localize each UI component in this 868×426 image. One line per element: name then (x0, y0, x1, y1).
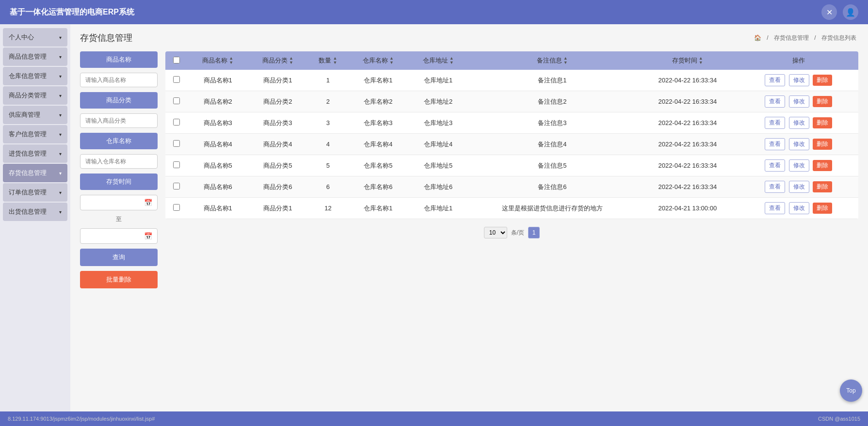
sidebar-item-order-info[interactable]: 订单信息管理 ▾ (3, 183, 67, 202)
row-select-checkbox[interactable] (173, 97, 180, 104)
row-actions: 查看 修改 删除 (739, 176, 858, 198)
header-address: 仓库地址 ▲▼ (408, 51, 468, 70)
sort-address[interactable]: 仓库地址 ▲▼ (423, 56, 454, 65)
row-qty: 12 (308, 198, 348, 219)
sidebar-item-warehouse-info[interactable]: 仓库信息管理 ▾ (3, 67, 67, 85)
sort-category[interactable]: 商品分类 ▲▼ (262, 56, 293, 65)
footer-url: 8.129.11.174:9013/jspmz6im2/jsp/modules/… (8, 416, 155, 422)
sidebar-item-outbound-info[interactable]: 出货信息管理 ▾ (3, 203, 67, 221)
view-button[interactable]: 查看 (765, 95, 785, 108)
delete-button[interactable]: 删除 (813, 160, 832, 171)
user-button[interactable]: 👤 (843, 4, 858, 20)
chevron-down-icon: ▾ (59, 112, 62, 118)
edit-button[interactable]: 修改 (789, 74, 809, 86)
row-product-name: 商品名称1 (188, 70, 248, 91)
date-to-input[interactable]: 📅 (80, 228, 158, 244)
sidebar-item-purchase-info[interactable]: 进货信息管理 ▾ (3, 144, 67, 163)
sort-time[interactable]: 存货时间 ▲▼ (672, 56, 703, 65)
row-category: 商品分类6 (248, 176, 308, 198)
batch-delete-button[interactable]: 批量删除 (80, 271, 158, 288)
delete-button[interactable]: 删除 (813, 96, 832, 107)
sort-qty[interactable]: 数量 ▲▼ (319, 56, 337, 65)
sidebar-item-product-category[interactable]: 商品分类管理 ▾ (3, 86, 67, 105)
edit-button[interactable]: 修改 (789, 138, 809, 150)
row-select-checkbox[interactable] (173, 161, 180, 168)
table-row: 商品名称4 商品分类4 4 仓库名称4 仓库地址4 备注信息4 2022-04-… (165, 134, 858, 155)
edit-button[interactable]: 修改 (789, 95, 809, 108)
breadcrumb: 🏠 / 存货信息管理 / 存货信息列表 (752, 34, 858, 42)
sort-product-name[interactable]: 商品名称 ▲▼ (202, 56, 233, 65)
sidebar-item-label: 进货信息管理 (9, 149, 47, 158)
view-button[interactable]: 查看 (765, 202, 785, 214)
row-select-checkbox[interactable] (173, 183, 180, 189)
sidebar-item-label: 出货信息管理 (9, 207, 47, 216)
row-qty: 4 (308, 134, 348, 155)
view-button[interactable]: 查看 (765, 159, 785, 172)
view-button[interactable]: 查看 (765, 117, 785, 129)
chevron-down-icon: ▾ (59, 35, 62, 40)
delete-button[interactable]: 删除 (813, 203, 832, 214)
view-button[interactable]: 查看 (765, 74, 785, 86)
row-address: 仓库地址3 (408, 112, 468, 134)
row-select-checkbox[interactable] (173, 140, 180, 147)
row-warehouse: 仓库名称3 (348, 112, 408, 134)
query-button[interactable]: 查询 (80, 249, 158, 266)
row-time: 2022-04-22 16:33:34 (636, 91, 739, 112)
table-row: 商品名称3 商品分类3 3 仓库名称3 仓库地址3 备注信息3 2022-04-… (165, 112, 858, 134)
top-button[interactable]: Top (840, 379, 862, 402)
per-page-select[interactable]: 10 20 50 (484, 227, 507, 238)
row-select-checkbox[interactable] (173, 119, 180, 126)
sidebar-item-product-info[interactable]: 商品信息管理 ▾ (3, 47, 67, 66)
breadcrumb-level2: 存货信息列表 (821, 34, 856, 41)
delete-button[interactable]: 删除 (813, 139, 832, 150)
main-layout: 个人中心 ▾ 商品信息管理 ▾ 仓库信息管理 ▾ 商品分类管理 ▾ 供应商管理 … (0, 24, 868, 411)
table-header-row: 商品名称 ▲▼ 商品分类 ▲▼ (165, 51, 858, 70)
row-checkbox (165, 198, 188, 219)
row-select-checkbox[interactable] (173, 76, 180, 83)
product-name-input[interactable] (80, 73, 158, 87)
row-select-checkbox[interactable] (173, 204, 180, 211)
category-input[interactable] (80, 113, 158, 128)
sidebar-item-supplier[interactable]: 供应商管理 ▾ (3, 106, 67, 124)
edit-button[interactable]: 修改 (789, 181, 809, 193)
date-from-input[interactable]: 📅 (80, 195, 158, 210)
select-all-checkbox[interactable] (173, 57, 180, 63)
row-qty: 2 (308, 91, 348, 112)
row-time: 2022-04-22 16:33:34 (636, 70, 739, 91)
footer-brand: CSDN @ass1015 (818, 416, 860, 422)
sidebar-item-personal-center[interactable]: 个人中心 ▾ (3, 28, 67, 47)
sidebar-item-label: 客户信息管理 (9, 130, 47, 139)
row-product-name: 商品名称6 (188, 176, 248, 198)
row-warehouse: 仓库名称2 (348, 91, 408, 112)
sidebar-item-label: 仓库信息管理 (9, 72, 47, 80)
edit-button[interactable]: 修改 (789, 159, 809, 172)
sidebar-item-inventory-info[interactable]: 存货信息管理 ▾ (3, 164, 67, 182)
row-time: 2022-04-22 16:33:34 (636, 176, 739, 198)
chevron-down-icon: ▾ (59, 132, 62, 137)
view-button[interactable]: 查看 (765, 138, 785, 150)
app-header: 基于一体化运营管理的电商ERP系统 ✕ 👤 (0, 0, 868, 24)
sidebar-item-label: 个人中心 (9, 33, 34, 42)
delete-button[interactable]: 删除 (813, 181, 832, 192)
row-warehouse: 仓库名称6 (348, 176, 408, 198)
sort-note[interactable]: 备注信息 ▲▼ (537, 56, 568, 65)
chevron-down-icon: ▾ (59, 171, 62, 176)
row-address: 仓库地址5 (408, 155, 468, 176)
warehouse-input[interactable] (80, 154, 158, 169)
edit-button[interactable]: 修改 (789, 202, 809, 214)
edit-button[interactable]: 修改 (789, 117, 809, 129)
delete-button[interactable]: 删除 (813, 117, 832, 128)
header-category: 商品分类 ▲▼ (248, 51, 308, 70)
row-time: 2022-04-22 16:33:34 (636, 112, 739, 134)
breadcrumb-sep1: / (767, 34, 768, 41)
view-button[interactable]: 查看 (765, 181, 785, 193)
row-note: 备注信息1 (468, 70, 636, 91)
table-row: 商品名称1 商品分类1 12 仓库名称1 仓库地址1 这里是根据进货信息进行存货… (165, 198, 858, 219)
main-content: 存货信息管理 🏠 / 存货信息管理 / 存货信息列表 商品名称 商品分类 仓库名… (70, 24, 868, 411)
app-title: 基于一体化运营管理的电商ERP系统 (10, 7, 134, 17)
delete-button[interactable]: 删除 (813, 75, 832, 86)
sidebar-item-customer-info[interactable]: 客户信息管理 ▾ (3, 125, 67, 143)
close-button[interactable]: ✕ (821, 4, 837, 20)
page-number-1[interactable]: 1 (528, 227, 540, 238)
sort-warehouse[interactable]: 仓库名称 ▲▼ (363, 56, 394, 65)
